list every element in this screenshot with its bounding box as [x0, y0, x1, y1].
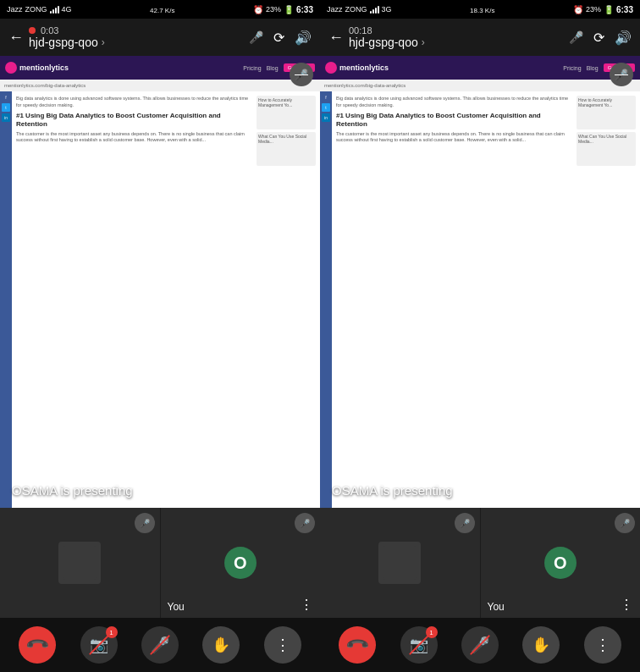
- expand-icon-right: ⛶: [613, 480, 626, 495]
- browser-header-right: mentionlytics Pricing Blog Get Demo: [320, 56, 640, 80]
- back-button-left[interactable]: ←: [8, 29, 24, 47]
- mic-button-left[interactable]: 🎤: [141, 626, 179, 664]
- tile1-mute-left[interactable]: 🎤: [135, 513, 155, 533]
- status-center-left: 42.7 K/s: [150, 5, 174, 14]
- li-btn-right: in: [322, 113, 330, 122]
- nav-pricing-left: Pricing: [243, 65, 261, 71]
- nav-blog-left: Blog: [267, 65, 279, 71]
- site-logo-left: mentionlytics: [5, 62, 69, 74]
- participant-more-left[interactable]: ⋮: [300, 597, 313, 613]
- battery-icon-right: 🔋: [604, 5, 614, 14]
- end-call-button-left[interactable]: 📞: [19, 626, 56, 664]
- flip-camera-icon-left[interactable]: ⟳: [273, 30, 284, 46]
- presenter-label-right: OSAMA is presenting: [332, 483, 598, 498]
- mic-header-icon-right[interactable]: 🎤: [569, 30, 583, 44]
- share-mute-overlay-right: 🎤: [610, 63, 633, 86]
- call-id-text-right: hjd-gspg-qoo: [349, 36, 418, 49]
- camera-button-right[interactable]: 📷 1: [400, 626, 438, 664]
- mic-icon-left: 🎤: [151, 636, 169, 654]
- camera-icon-left: 📷: [90, 636, 108, 654]
- call-id-right: hjd-gspg-qoo ›: [349, 36, 425, 49]
- expand-button-left[interactable]: ⛶: [286, 474, 313, 501]
- sidebar-widget-2-left: What Can You Use Social Media...: [257, 132, 316, 166]
- bottom-controls-left: 📞 📷 1 🎤 ✋ ⋮: [0, 618, 320, 672]
- mic-icon-right: 🎤: [471, 636, 489, 654]
- end-call-icon-left: 📞: [25, 631, 51, 658]
- call-header-left-side-right: ← 00:18 hjd-gspg-qoo ›: [328, 25, 425, 49]
- nav-blog-right: Blog: [587, 65, 599, 71]
- call-header-left-side: ← 0:03 hjd-gspg-qoo ›: [8, 25, 105, 49]
- battery-icon-left: 🔋: [284, 5, 294, 14]
- article-para1-left: The customer is the most important asset…: [16, 131, 253, 144]
- speaker-icon-left[interactable]: 🔊: [295, 30, 312, 46]
- time-left: 6:33: [296, 5, 313, 14]
- url-text-left: mentionlytics.com/big-data-analytics: [4, 83, 86, 88]
- article-title-right: #1 Using Big Data Analytics to Boost Cus…: [336, 112, 573, 128]
- carrier-left: Jazz: [7, 5, 23, 14]
- tile2-mute-icon-right: 🎤: [620, 519, 630, 528]
- tile2-mute-right[interactable]: 🎤: [615, 513, 635, 533]
- status-center-right: 18.3 K/s: [470, 5, 494, 14]
- call-info-right: 00:18 hjd-gspg-qoo ›: [349, 25, 425, 49]
- chevron-icon-right: ›: [422, 36, 425, 48]
- url-text-right: mentionlytics.com/big-data-analytics: [324, 83, 406, 88]
- battery-left: 23%: [266, 5, 281, 14]
- hand-button-left[interactable]: ✋: [202, 626, 240, 664]
- participants-row-right: 🎤 O You 🎤 ⋮: [320, 508, 640, 618]
- status-bar-right: Jazz ZONG 3G 18.3 K/s ⏰ 23% 🔋 6:33: [320, 0, 640, 19]
- article-intro-right: Big data analytics is done using advance…: [336, 96, 573, 108]
- status-left-right: Jazz ZONG 3G: [327, 5, 392, 14]
- fb-btn-right: f: [322, 93, 330, 102]
- expand-icon-left: ⛶: [293, 480, 306, 495]
- network-right: 3G: [382, 5, 392, 14]
- article-title-left: #1 Using Big Data Analytics to Boost Cus…: [16, 112, 253, 128]
- zong-left: ZONG: [25, 5, 47, 14]
- article-para1-right: The customer is the most important asset…: [336, 131, 573, 144]
- logo-circle-left: [5, 62, 17, 74]
- empty-avatar-box-right: [383, 546, 417, 580]
- hand-button-right[interactable]: ✋: [522, 626, 560, 664]
- call-header-icons-right: 🎤 ⟳ 🔊: [569, 30, 632, 46]
- back-button-right[interactable]: ←: [328, 29, 344, 47]
- call-id-text-left: hjd-gspg-qoo: [29, 36, 98, 49]
- avatar-letter-right: O: [544, 547, 577, 579]
- more-icon-right: ⋮: [595, 636, 610, 654]
- camera-badge-left: 1: [106, 626, 118, 638]
- zong-right: ZONG: [345, 5, 367, 14]
- fb-btn-left: f: [2, 93, 10, 102]
- participant-more-right[interactable]: ⋮: [620, 597, 633, 613]
- expand-button-right[interactable]: ⛶: [606, 474, 633, 501]
- signal-bars-left: [50, 5, 59, 14]
- social-bar-left: f t in: [0, 91, 12, 508]
- share-mute-overlay-left: 🎤: [290, 63, 313, 86]
- call-timer-left: 0:03: [41, 25, 58, 36]
- page-body-right: f t in Big data analytics is done using …: [320, 91, 640, 508]
- battery-right: 23%: [586, 5, 601, 14]
- more-button-left[interactable]: ⋮: [264, 626, 301, 664]
- more-button-right[interactable]: ⋮: [584, 626, 621, 664]
- camera-button-left[interactable]: 📷 1: [80, 626, 118, 664]
- screen-share-left: mentionlytics Pricing Blog Get Demo ment…: [0, 56, 320, 508]
- sidebar-widget-1-left: How to Accurately Management Yo...: [257, 96, 316, 129]
- tile1-mute-right[interactable]: 🎤: [455, 513, 475, 533]
- end-call-button-right[interactable]: 📞: [339, 626, 376, 664]
- more-icon-left: ⋮: [275, 636, 290, 654]
- article-body-left: Big data analytics is done using advance…: [12, 91, 320, 508]
- flip-camera-icon-right[interactable]: ⟳: [593, 30, 604, 46]
- mic-header-icon-left[interactable]: 🎤: [249, 30, 263, 44]
- speaker-icon-right[interactable]: 🔊: [615, 30, 632, 46]
- alarm-icon-left: ⏰: [253, 5, 263, 14]
- article-body-right: Big data analytics is done using advance…: [332, 91, 640, 508]
- tile2-mute-left[interactable]: 🎤: [295, 513, 315, 533]
- end-call-icon-right: 📞: [345, 631, 371, 658]
- share-mute-icon-right: 🎤: [615, 69, 628, 81]
- sidebar-widget-1-right: How to Accurately Management Yo...: [577, 96, 636, 129]
- call-header-right: ← 00:18 hjd-gspg-qoo › 🎤 ⟳ 🔊: [320, 19, 640, 56]
- mic-button-right[interactable]: 🎤: [461, 626, 499, 664]
- browser-header-left: mentionlytics Pricing Blog Get Demo: [0, 56, 320, 80]
- call-timer-right: 00:18: [349, 25, 425, 36]
- chevron-icon-left: ›: [102, 36, 105, 48]
- article-intro-left: Big data analytics is done using advance…: [16, 96, 253, 108]
- sidebar-left: How to Accurately Management Yo... What …: [257, 96, 316, 504]
- tile2-mute-icon-left: 🎤: [300, 519, 310, 528]
